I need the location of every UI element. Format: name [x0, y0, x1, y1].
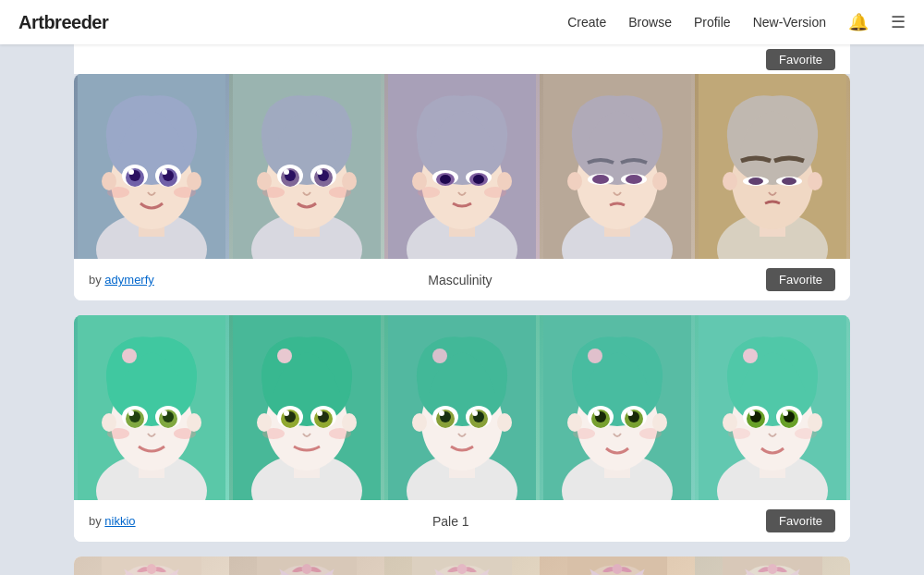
- svg-point-154: [783, 410, 788, 416]
- svg-point-84: [162, 410, 167, 416]
- card-author-masculinity: by adymerfy: [89, 273, 154, 287]
- card-pale1: by nikkio Pale 1 Favorite: [74, 315, 850, 542]
- svg-point-56: [592, 175, 609, 184]
- nav-new-version[interactable]: New-Version: [753, 15, 826, 30]
- author-link-pale1[interactable]: nikkio: [104, 514, 135, 528]
- pink-face-4: [540, 557, 695, 575]
- pink-face-5: [695, 557, 850, 575]
- svg-point-33: [342, 172, 357, 190]
- svg-point-70: [808, 172, 822, 190]
- svg-point-44: [473, 175, 484, 184]
- top-favorite-button[interactable]: Favorite: [766, 49, 835, 70]
- teal-face-2: [229, 315, 384, 500]
- svg-point-67: [748, 177, 763, 185]
- svg-point-119: [439, 410, 444, 416]
- svg-point-28: [284, 169, 289, 175]
- svg-point-83: [128, 410, 134, 416]
- card-eat: by kanji_prizma Eat Favorite: [74, 557, 850, 575]
- face-image-4: [540, 74, 695, 259]
- svg-point-135: [594, 410, 600, 416]
- menu-icon[interactable]: ☰: [891, 12, 906, 32]
- card-title-masculinity: Masculinity: [428, 273, 492, 288]
- svg-point-43: [440, 175, 451, 184]
- nav-links: Create Browse Profile New-Version 🔔 ☰: [567, 12, 906, 32]
- svg-point-15: [102, 172, 116, 190]
- svg-point-68: [782, 177, 796, 185]
- svg-point-182: [302, 564, 312, 574]
- nav-browse[interactable]: Browse: [628, 15, 672, 30]
- svg-point-101: [284, 410, 289, 416]
- svg-point-140: [652, 413, 667, 432]
- image-strip-eat: [74, 557, 850, 575]
- teal-face-5: [695, 315, 850, 500]
- card-footer-masculinity: by adymerfy Masculinity Favorite: [74, 259, 850, 300]
- face-image-1: [74, 74, 229, 259]
- svg-point-128: [588, 349, 602, 363]
- svg-point-57: [626, 175, 642, 184]
- svg-point-106: [342, 413, 357, 432]
- svg-point-164: [147, 564, 157, 574]
- image-strip-masculinity: [74, 74, 850, 259]
- author-link-masculinity[interactable]: adymerfy: [104, 273, 153, 287]
- svg-point-112: [432, 349, 447, 363]
- svg-point-47: [412, 172, 427, 190]
- svg-point-88: [187, 413, 201, 432]
- nav-profile[interactable]: Profile: [694, 15, 731, 30]
- card-footer-pale1: by nikkio Pale 1 Favorite: [74, 500, 850, 542]
- navbar: Artbreeder Create Browse Profile New-Ver…: [0, 0, 924, 44]
- svg-point-94: [277, 349, 292, 363]
- card-author-pale1: by nikkio: [89, 514, 136, 528]
- svg-point-153: [749, 410, 755, 416]
- svg-point-121: [412, 413, 427, 432]
- face-image-2: [229, 74, 384, 259]
- svg-point-105: [257, 413, 272, 432]
- favorite-button-masculinity[interactable]: Favorite: [766, 268, 835, 291]
- svg-point-122: [497, 413, 512, 432]
- top-partial-card: Favorite: [74, 44, 850, 74]
- svg-point-48: [497, 172, 512, 190]
- svg-point-59: [652, 172, 667, 190]
- svg-point-120: [472, 410, 478, 416]
- bell-icon[interactable]: 🔔: [848, 12, 869, 32]
- svg-point-157: [723, 413, 737, 432]
- svg-point-158: [808, 413, 822, 432]
- svg-point-87: [102, 413, 116, 432]
- pink-face-1: [74, 557, 229, 575]
- svg-point-200: [457, 564, 468, 574]
- svg-point-76: [122, 349, 137, 363]
- card-title-pale1: Pale 1: [432, 514, 469, 529]
- main-content: Favorite: [0, 44, 924, 575]
- nav-create[interactable]: Create: [567, 15, 606, 30]
- svg-point-32: [257, 172, 272, 190]
- svg-point-102: [317, 410, 322, 416]
- favorite-button-pale1[interactable]: Favorite: [766, 509, 835, 532]
- card-masculinity: by adymerfy Masculinity Favorite: [74, 74, 850, 300]
- svg-point-228: [768, 564, 778, 574]
- svg-point-11: [128, 169, 134, 175]
- brand-logo: Artbreeder: [18, 12, 108, 33]
- svg-point-210: [613, 564, 623, 574]
- pink-face-3: [384, 557, 540, 575]
- svg-point-69: [723, 172, 737, 190]
- face-image-3: [384, 74, 540, 259]
- svg-point-146: [743, 349, 758, 363]
- svg-point-136: [627, 410, 633, 416]
- svg-point-12: [162, 169, 167, 175]
- svg-point-29: [317, 169, 322, 175]
- teal-face-1: [74, 315, 229, 500]
- teal-face-3: [384, 315, 540, 500]
- image-strip-pale1: [74, 315, 850, 500]
- svg-point-58: [567, 172, 582, 190]
- svg-point-16: [187, 172, 201, 190]
- face-image-5: [695, 74, 850, 259]
- pink-face-2: [229, 557, 384, 575]
- svg-point-139: [567, 413, 582, 432]
- teal-face-4: [540, 315, 695, 500]
